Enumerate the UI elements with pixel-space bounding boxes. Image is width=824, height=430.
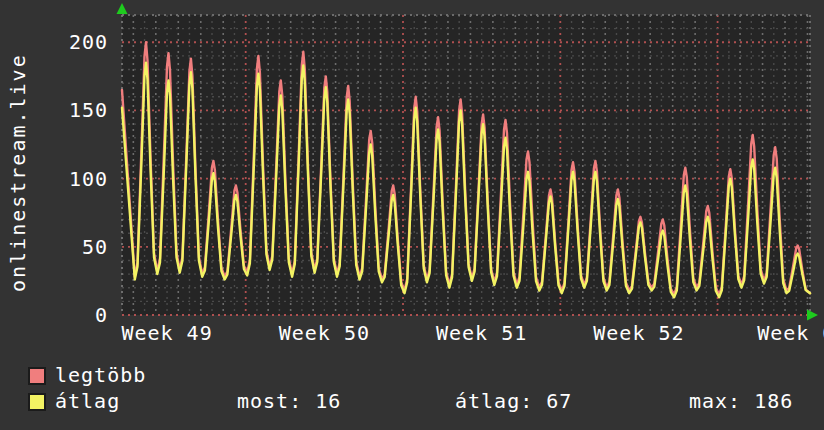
stat-atlag: átlag: 67 [455, 389, 572, 413]
stat-most: most: 16 [237, 389, 341, 413]
x-tick-label: Week 0 [716, 321, 824, 345]
x-axis-arrow-icon [807, 310, 818, 321]
legend-label-legtobb: legtöbb [55, 363, 146, 387]
x-tick-label: Week 52 [559, 321, 719, 345]
y-tick-label: 200 [20, 29, 108, 55]
y-tick-label: 150 [20, 97, 108, 123]
x-tick-label: Week 49 [87, 321, 247, 345]
x-tick-label: Week 50 [244, 321, 404, 345]
y-axis-arrow-icon [117, 3, 128, 14]
legend-swatch-legtobb [28, 367, 46, 385]
x-tick-label: Week 51 [402, 321, 562, 345]
y-tick-label: 100 [20, 166, 108, 192]
legend-label-atlag: átlag [55, 389, 120, 413]
rrd-graph: { "title_vertical": "onlinestream.live",… [0, 0, 824, 430]
stat-max: max: 186 [689, 389, 793, 413]
y-tick-label: 50 [20, 234, 108, 260]
legend-swatch-atlag [28, 393, 46, 411]
